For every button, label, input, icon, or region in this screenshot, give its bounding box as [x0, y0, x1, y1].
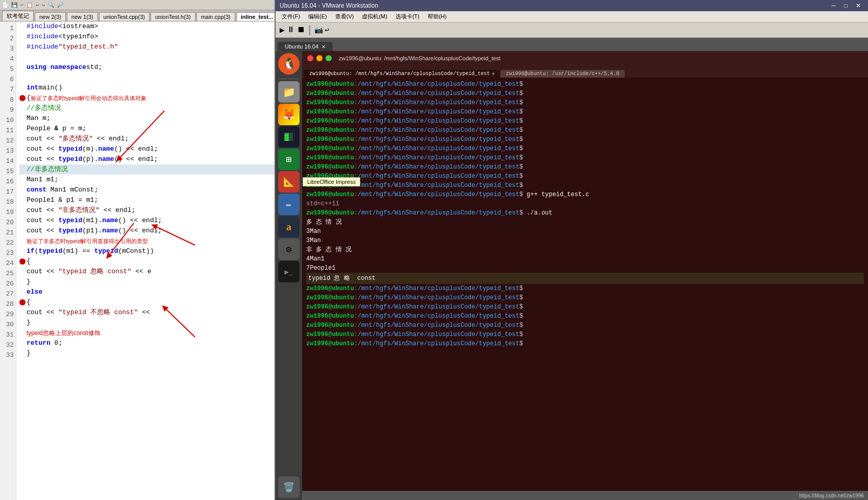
code-line-22: 验证了非多态时typeid解引用直接得出引用的类型: [19, 236, 275, 246]
term-line-post-2: zw1996@ubuntu:/mnt/hgfs/WinShare/cpluspl…: [306, 293, 864, 302]
term-line-2: zw1996@ubuntu:/mnt/hgfs/WinShare/cpluspl…: [306, 89, 864, 98]
code-line-25: cout << "typeid 忽略 const" << e: [19, 267, 275, 277]
code-line-11: People & p = m;: [19, 124, 275, 134]
tab-new2[interactable]: new 2(3): [35, 12, 66, 21]
code-line-16: Man1 m1;: [19, 175, 275, 185]
term-line-5: zw1996@ubuntu:/mnt/hgfs/WinShare/cpluspl…: [306, 116, 864, 126]
terminal-body[interactable]: zw1996@ubuntu:/mnt/hgfs/WinShare/cpluspl…: [302, 78, 868, 491]
code-line-13: cout << typeid(m).name() << endl;: [19, 144, 275, 154]
menu-vm[interactable]: 虚拟机(M): [359, 12, 390, 21]
tab-union-cpp[interactable]: unionTest.cpp(3): [99, 12, 150, 21]
calc-sidebar-icon[interactable]: ⊞: [278, 149, 300, 170]
code-line-9: //多态情况: [19, 103, 275, 113]
revert-icon[interactable]: ↩: [325, 26, 329, 34]
code-line-31: typeid忽略上层的const修饰: [19, 328, 275, 338]
tab-notes[interactable]: 软考笔记: [2, 11, 34, 21]
toolbar-icons: 📄 💾 ✂️ 📋 ↩️ ↪️ 🔍 🔎: [2, 2, 63, 8]
terminal-max-btn[interactable]: [326, 55, 332, 61]
term-line-6: zw1996@ubuntu:/mnt/hgfs/WinShare/cpluspl…: [306, 126, 864, 135]
vm-tab-close[interactable]: ✕: [321, 44, 326, 50]
ubuntu-sidebar: 🐧 📁 🦊 ▓▒: [276, 51, 302, 500]
terminal-close-btn[interactable]: [307, 55, 313, 61]
files-sidebar-icon[interactable]: 📁: [278, 81, 300, 103]
pause-icon[interactable]: ⏸: [287, 25, 295, 35]
code-line-32: return 0;: [19, 338, 275, 348]
trash-sidebar-icon[interactable]: 🗑️: [278, 477, 300, 498]
code-line-4: [19, 52, 275, 62]
terminal-tab-bar: zw1996@ubuntu: /mnt/hgfs/WinShare/cplusp…: [302, 65, 868, 78]
code-line-3: #include "typeid_test.h": [19, 42, 275, 52]
code-line-26: }: [19, 277, 275, 287]
settings-sidebar-icon[interactable]: ⚙️: [278, 239, 300, 260]
term-line-3: zw1996@ubuntu:/mnt/hgfs/WinShare/cpluspl…: [306, 98, 864, 107]
code-line-29: cout << "typeid 不忽略 const" <<: [19, 307, 275, 318]
terminal-tab-2[interactable]: zw1996@ubuntu: /usr/include/c++/5.4.0: [501, 70, 624, 78]
term-line-post-6: zw1996@ubuntu:/mnt/hgfs/WinShare/cpluspl…: [306, 330, 864, 339]
term-line-post-3: zw1996@ubuntu:/mnt/hgfs/WinShare/cpluspl…: [306, 302, 864, 312]
menu-tabs[interactable]: 选项卡(T): [392, 12, 423, 21]
code-line-21: cout << typeid(p1).name() << endl;: [19, 226, 275, 236]
terminal-min-btn[interactable]: [316, 55, 323, 61]
vmware-status-bar: https://blog.csdn.net/zw1996: [302, 491, 868, 500]
code-line-14: cout << typeid(p).name() << endl;: [19, 154, 275, 164]
term-compile-line: zw1996@ubuntu:/mnt/hgfs/WinShare/cpluspl…: [306, 190, 864, 199]
menu-view[interactable]: 查看(V): [332, 12, 357, 21]
menu-help[interactable]: 帮助(H): [425, 12, 450, 21]
ubuntu-vm-tab[interactable]: Ubuntu 16.04 ✕: [278, 42, 333, 51]
code-line-17: const Man1 mConst;: [19, 185, 275, 195]
tab-union-h[interactable]: unionTest.h(3): [151, 12, 195, 21]
term-line-post-7: zw1996@ubuntu:/mnt/hgfs/WinShare/cpluspl…: [306, 339, 864, 348]
term-line-post-5: zw1996@ubuntu:/mnt/hgfs/WinShare/cpluspl…: [306, 321, 864, 330]
amazon-sidebar-icon[interactable]: a: [278, 216, 300, 237]
code-line-23: if(typeid(m1) == typeid(mConst)): [19, 246, 275, 256]
line-numbers: 12345 678910 1112131415 1617181920 21222…: [0, 21, 16, 500]
code-line-5: using namespace std;: [19, 62, 275, 73]
code-line-24: {: [19, 256, 275, 267]
term-output-6: 7People1: [306, 264, 864, 273]
terminal-tab-1[interactable]: zw1996@ubuntu: /mnt/hgfs/WinShare/cplusp…: [304, 70, 500, 78]
vmware-title: Ubuntu 16.04 - VMware Workstation: [280, 2, 828, 9]
menu-edit[interactable]: 编辑(E): [305, 12, 330, 21]
term-line-12: zw1996@ubuntu:/mnt/hgfs/WinShare/cpluspl…: [306, 181, 864, 190]
tab-main-cpp[interactable]: main.cpp(3): [196, 12, 235, 21]
term-line-post-4: zw1996@ubuntu:/mnt/hgfs/WinShare/cpluspl…: [306, 312, 864, 321]
term-output-4: 非 多 态 情 况: [306, 245, 864, 254]
snapshot-icon[interactable]: 📷: [314, 26, 323, 34]
code-line-28: {: [19, 297, 275, 307]
term-line-1: zw1996@ubuntu:/mnt/hgfs/WinShare/cpluspl…: [306, 80, 864, 89]
code-line-8: { 验证了多态时typeid解引用会动态得出具体对象: [19, 93, 275, 103]
writer-sidebar-icon[interactable]: ✏️: [278, 194, 300, 215]
code-line-10: Man m;: [19, 113, 275, 124]
code-line-2: #include <typeinfo>: [19, 32, 275, 42]
play-icon[interactable]: ▶: [280, 25, 285, 35]
term-line-7: zw1996@ubuntu:/mnt/hgfs/WinShare/cpluspl…: [306, 135, 864, 144]
terminal-titlebar: zw1996@ubuntu: /mnt/hgfs/WinShare/cplusp…: [302, 51, 868, 65]
code-line-12: cout << "多态情况" << endl;: [19, 134, 275, 144]
code-line-15: //非多态情况: [19, 164, 275, 175]
term-line-8: zw1996@ubuntu:/mnt/hgfs/WinShare/cpluspl…: [306, 144, 864, 153]
term-line-10: zw1996@ubuntu:/mnt/hgfs/WinShare/cpluspl…: [306, 162, 864, 172]
vmware-menubar: 文件(F) 编辑(E) 查看(V) 虚拟机(M) 选项卡(T) 帮助(H): [276, 11, 868, 22]
vmware-vm-tab-bar: Ubuntu 16.04 ✕: [276, 38, 868, 51]
tab-inline[interactable]: inline_test...: [236, 12, 276, 21]
term-compile-line2: std=c++11: [306, 199, 864, 208]
stop-icon[interactable]: ⏹: [297, 25, 305, 35]
terminal2-sidebar-icon[interactable]: ▶_: [278, 261, 300, 282]
editor-toolbar: 📄 💾 ✂️ 📋 ↩️ ↪️ 🔍 🔎: [0, 0, 275, 10]
code-line-19: cout << "非多态情况" << endl;: [19, 205, 275, 216]
term-output-1: 多 态 情 况: [306, 218, 864, 227]
menu-file[interactable]: 文件(F): [279, 12, 303, 21]
sysmon-sidebar-icon[interactable]: ▓▒: [278, 126, 300, 148]
term-output-7: typeid 忽 略 const: [306, 273, 864, 284]
vmware-win-controls[interactable]: ─ □ ✕: [828, 2, 864, 9]
terminal-title: zw1996@ubuntu: /mnt/hgfs/WinShare/cplusp…: [339, 55, 501, 61]
ubuntu-icon[interactable]: 🐧: [278, 53, 300, 75]
code-line-33: }: [19, 348, 275, 359]
tab-new1[interactable]: new 1(3): [67, 12, 98, 21]
impress-sidebar-icon[interactable]: 📐 LibreOffice Impress: [278, 171, 300, 193]
code-line-20: cout << typeid(m1).name() << endl;: [19, 216, 275, 226]
term-output-5: 4Man1: [306, 254, 864, 264]
term-tab1-close[interactable]: ✕: [492, 71, 494, 77]
firefox-sidebar-icon[interactable]: 🦊: [278, 104, 300, 125]
code-line-30: }: [19, 318, 275, 328]
